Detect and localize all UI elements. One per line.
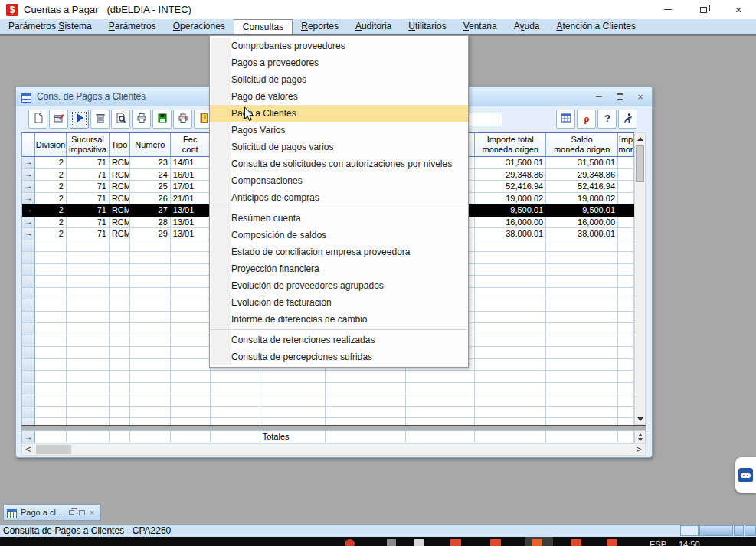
menu-item-composicion-de-saldos[interactable]: Composición de saldos <box>210 227 468 244</box>
menu-item-consulta-de-percepciones-sufridas[interactable]: Consulta de percepciones sufridas <box>210 348 468 365</box>
cell-c7 <box>260 394 326 407</box>
run-button[interactable] <box>70 110 89 129</box>
preview-button[interactable] <box>111 110 130 129</box>
delete-button[interactable] <box>90 110 110 129</box>
cell-marker: → <box>22 169 35 181</box>
menubar-item-operaciones[interactable]: Operaciones <box>165 19 234 34</box>
help-button[interactable]: ? <box>597 110 617 129</box>
edit-record-button[interactable] <box>49 110 68 129</box>
menu-item-consulta-de-solicitudes-con-autorizaciones-por-niveles[interactable]: Consulta de solicitudes con autorizacion… <box>210 155 468 172</box>
horizontal-scroll-thumb[interactable] <box>36 445 71 454</box>
minimized-window[interactable]: Pago a cl... × <box>3 504 101 521</box>
cell-importe <box>475 335 546 348</box>
menubar-item-auditoria[interactable]: Auditoria <box>347 19 400 34</box>
print-setup-button[interactable] <box>173 110 192 129</box>
menu-item-solicitud-de-pagos-varios[interactable]: Solicitud de pagos varios <box>210 139 468 155</box>
vertical-scrollbar[interactable] <box>634 132 646 425</box>
empty-row[interactable] <box>22 418 634 425</box>
column-header-fecha[interactable]: Fec cont <box>171 133 211 157</box>
column-header-sucursal[interactable]: Sucursal impositiva <box>67 133 110 157</box>
taskbar-app-icon[interactable] <box>532 539 542 546</box>
new-document-button[interactable] <box>28 110 47 129</box>
restore-button[interactable] <box>686 0 721 19</box>
menu-item-informe-de-diferencias-de-cambio[interactable]: Informe de diferencias de cambio <box>210 311 468 328</box>
taskbar-app-icon[interactable] <box>490 539 501 546</box>
column-header-saldo[interactable]: Saldo moneda origen <box>546 133 618 157</box>
chart-button[interactable]: ρ <box>577 110 596 129</box>
scroll-right-button[interactable]: > <box>633 444 645 455</box>
menu-item-estado-de-conciliacion-empresa-proveedora[interactable]: Estado de conciliacion empresa proveedor… <box>210 244 468 260</box>
cell-numero <box>130 288 171 300</box>
minimize-button[interactable] <box>650 0 686 19</box>
spinner-up-icon <box>638 433 643 436</box>
menubar-item-parametros[interactable]: Parámetros <box>100 19 165 34</box>
menu-item-pagos-a-proveedores[interactable]: Pagos a proveedores <box>210 54 468 71</box>
totals-cell-c6 <box>211 431 260 443</box>
taskbar-language[interactable]: ESP <box>650 540 666 546</box>
menu-separator <box>211 208 467 208</box>
grid-splitter[interactable] <box>21 425 646 430</box>
print-button[interactable] <box>132 110 151 129</box>
table-button[interactable] <box>556 110 575 129</box>
totals-spinner[interactable] <box>634 430 646 443</box>
menubar-item-parametros-sistema[interactable]: Parámetros Sistema <box>0 19 100 34</box>
menubar-item-atencion-a-clientes[interactable]: Atención a Clientes <box>548 19 644 34</box>
child-minimize-button[interactable] <box>594 91 604 102</box>
taskbar-app-icon[interactable] <box>345 539 355 546</box>
maximize-icon[interactable] <box>79 510 85 515</box>
restore-icon[interactable] <box>69 510 74 515</box>
scroll-up-button[interactable] <box>635 133 645 144</box>
column-header-importe[interactable]: Importe total moneda origen <box>475 133 546 157</box>
column-header-numero[interactable]: Numero <box>130 133 171 157</box>
exit-button[interactable] <box>618 110 637 129</box>
menubar-item-ayuda[interactable]: Ayuda <box>506 19 548 34</box>
menu-item-resumen-cuenta[interactable]: Resúmen cuenta <box>210 210 468 227</box>
column-header-impmor[interactable]: Imp mor <box>618 133 634 157</box>
os-taskbar[interactable]: ESP 14:50 <box>0 537 756 546</box>
menu-item-consulta-de-retenciones-realizadas[interactable]: Consulta de retenciones realizadas <box>210 332 468 348</box>
cell-c6 <box>211 383 260 395</box>
menu-item-proyeccion-financiera[interactable]: Proyección financiera <box>210 260 468 277</box>
cell-marker <box>22 418 35 425</box>
menu-item-solicitud-de-pagos[interactable]: Solicitud de pagos <box>210 71 468 88</box>
cell-tipo: RCM <box>110 193 130 205</box>
menu-item-evolucion-de-facturacion[interactable]: Evolución de facturación <box>210 294 468 311</box>
cell-tipo <box>110 335 130 348</box>
child-close-button[interactable]: × <box>635 91 646 102</box>
close-button[interactable]: × <box>721 0 756 19</box>
close-icon[interactable]: × <box>90 508 94 517</box>
menu-item-comprobantes-proveedores[interactable]: Comprobantes proveedores <box>210 38 468 54</box>
taskbar-app-icon[interactable] <box>571 539 581 546</box>
taskbar-app-icon[interactable] <box>387 539 396 546</box>
remote-assist-tab[interactable] <box>735 457 756 493</box>
menubar-item-ventana[interactable]: Ventana <box>455 19 506 34</box>
empty-row[interactable] <box>22 394 634 407</box>
menu-item-compensaciones[interactable]: Compensaciones <box>210 172 468 189</box>
cell-tipo <box>110 252 130 264</box>
scroll-down-button[interactable] <box>635 414 645 424</box>
cell-tipo <box>110 264 130 276</box>
child-maximize-button[interactable] <box>614 91 625 102</box>
column-header-division[interactable]: Division <box>35 133 67 157</box>
menubar-item-consultas[interactable]: Consultas <box>234 19 293 34</box>
scroll-left-button[interactable]: < <box>22 444 34 455</box>
menubar-item-utilitarios[interactable]: Utilitarios <box>400 19 454 34</box>
empty-row[interactable] <box>22 407 634 419</box>
empty-row[interactable] <box>22 371 634 383</box>
taskbar-app-icon[interactable] <box>450 539 461 546</box>
vertical-scroll-thumb[interactable] <box>636 145 644 182</box>
menu-item-anticipos-de-compras[interactable]: Anticipos de compras <box>210 189 468 206</box>
taskbar-clock[interactable]: 14:50 <box>679 540 700 546</box>
close-icon: × <box>735 5 741 15</box>
empty-row[interactable] <box>22 383 634 395</box>
column-header-marker[interactable] <box>22 133 35 157</box>
column-header-tipo[interactable]: Tipo <box>110 133 130 157</box>
cell-sucursal <box>67 394 110 407</box>
horizontal-scrollbar[interactable]: < > <box>21 443 646 456</box>
taskbar-app-icon[interactable] <box>607 539 617 546</box>
menu-item-evolucion-de-proveedores-agrupados[interactable]: Evolución de proveedores agrupados <box>210 277 468 294</box>
save-button[interactable] <box>152 110 172 129</box>
taskbar-app-icon[interactable] <box>414 539 424 546</box>
menu-item-pago-de-valores[interactable]: Pago de valores <box>210 88 468 105</box>
menubar-item-reportes[interactable]: Reportes <box>293 19 347 34</box>
